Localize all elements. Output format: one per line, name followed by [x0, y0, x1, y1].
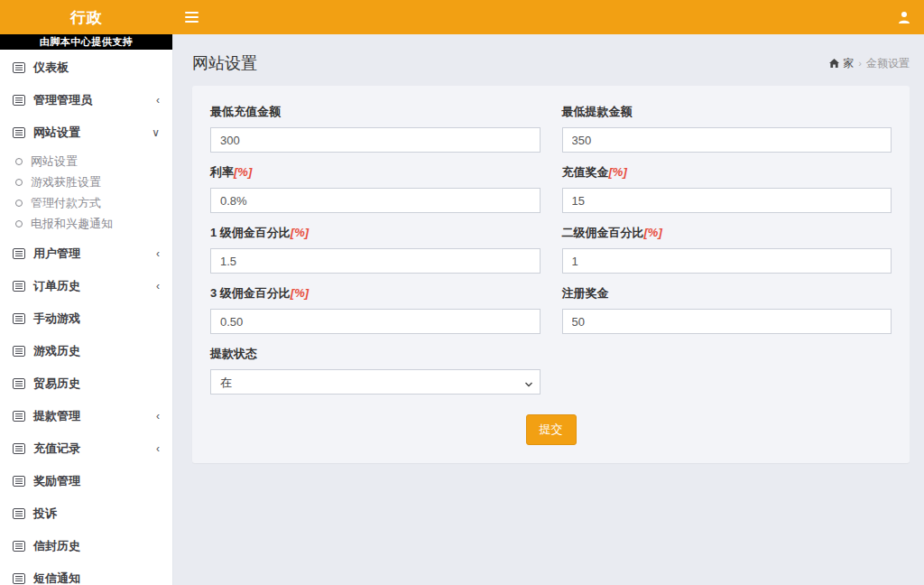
sidebar-item-user-management[interactable]: 用户管理 ‹: [0, 237, 172, 270]
sidebar-item-reward-management[interactable]: 奖励管理: [0, 465, 172, 497]
field-withdraw-status: 提款状态 在: [210, 346, 541, 395]
submenu-item-site-settings[interactable]: 网站设置: [0, 151, 172, 172]
list-alt-icon: [13, 95, 26, 106]
app-title: 行政: [70, 7, 103, 28]
circle-icon: [15, 200, 23, 207]
list-alt-icon: [13, 248, 26, 259]
submenu-item-label: 网站设置: [31, 153, 78, 170]
percent-suffix: [%]: [234, 165, 252, 179]
submit-button[interactable]: 提交: [526, 414, 577, 445]
field-signup-bonus: 注册奖金: [562, 285, 892, 334]
sidebar: 由脚本中心提供支持 仪表板 管理管理员 ‹ 网站设置: [0, 34, 173, 585]
app-logo[interactable]: 行政: [0, 0, 173, 34]
field-label: 3 级佣金百分比[%]: [210, 285, 541, 302]
breadcrumb-current: 金额设置: [866, 56, 910, 71]
chevron-left-icon: ‹: [156, 281, 160, 292]
field-label: 最低充值金额: [210, 104, 541, 120]
submenu-item-game-win-settings[interactable]: 游戏获胜设置: [0, 172, 172, 192]
sidebar-item-admin-management[interactable]: 管理管理员 ‹: [0, 84, 172, 116]
sidebar-item-complaints[interactable]: 投诉: [0, 497, 172, 530]
sidebar-item-label: 手动游戏: [33, 311, 80, 327]
sidebar-item-recharge-records[interactable]: 充值记录 ‹: [0, 432, 172, 465]
sidebar-item-withdrawal-management[interactable]: 提款管理 ‹: [0, 400, 172, 432]
field-empty-slot: [562, 346, 892, 395]
submenu-item-telegram-notifications[interactable]: 电报和兴趣通知: [0, 213, 172, 234]
percent-suffix: [%]: [609, 165, 627, 179]
sidebar-item-manual-game[interactable]: 手动游戏: [0, 302, 172, 335]
field-interest-rate: 利率[%]: [210, 164, 541, 213]
level3-commission-input[interactable]: [210, 309, 541, 334]
list-alt-icon: [13, 411, 26, 422]
field-label: 注册奖金: [562, 285, 892, 302]
field-label: 1 级佣金百分比[%]: [210, 225, 541, 241]
submenu-item-label: 管理付款方式: [31, 195, 101, 211]
field-level2-commission: 二级佣金百分比[%]: [562, 225, 892, 274]
sidebar-item-label: 信封历史: [33, 538, 80, 554]
field-level3-commission: 3 级佣金百分比[%]: [210, 285, 541, 334]
sidebar-item-envelope-history[interactable]: 信封历史: [0, 530, 172, 562]
list-alt-icon: [13, 127, 26, 138]
breadcrumb-home[interactable]: 家: [829, 56, 854, 71]
submenu-item-label: 电报和兴趣通知: [31, 216, 113, 232]
field-label: 最低提款金额: [562, 104, 892, 120]
field-label: 利率[%]: [210, 164, 541, 181]
sidebar-item-game-history[interactable]: 游戏历史: [0, 335, 172, 367]
list-alt-icon: [13, 313, 26, 324]
main-content: 网站设置 家 › 金额设置 最低充值金额 最低提款金额: [173, 34, 924, 585]
page-title: 网站设置: [192, 52, 257, 74]
home-icon: [829, 59, 839, 69]
min-withdraw-input[interactable]: [562, 127, 892, 153]
sidebar-item-site-settings[interactable]: 网站设置 ∨: [0, 116, 172, 149]
min-recharge-input[interactable]: [210, 127, 541, 153]
withdraw-status-select[interactable]: 在: [210, 369, 541, 395]
field-recharge-bonus: 充值奖金[%]: [562, 164, 892, 213]
chevron-left-icon: ‹: [156, 443, 160, 454]
level1-commission-input[interactable]: [210, 248, 541, 274]
sidebar-item-label: 充值记录: [33, 441, 80, 457]
sidebar-item-label: 仪表板: [33, 60, 69, 76]
content-header: 网站设置 家 › 金额设置: [192, 52, 910, 74]
percent-suffix: [%]: [291, 286, 309, 300]
sidebar-item-trade-history[interactable]: 贸易历史: [0, 367, 172, 400]
site-settings-submenu: 网站设置 游戏获胜设置 管理付款方式 电报和兴趣通知: [0, 149, 172, 237]
sidebar-item-label: 游戏历史: [33, 343, 80, 359]
sidebar-item-sms-notification[interactable]: 短信通知: [0, 562, 172, 585]
sidebar-item-dashboard[interactable]: 仪表板: [0, 51, 172, 84]
chevron-left-icon: ‹: [156, 248, 160, 259]
circle-icon: [15, 179, 23, 186]
circle-icon: [15, 220, 23, 228]
list-alt-icon: [13, 443, 26, 454]
sidebar-item-label: 贸易历史: [33, 376, 80, 392]
top-navbar: 行政: [0, 0, 924, 34]
user-icon[interactable]: [884, 0, 924, 34]
signup-bonus-input[interactable]: [562, 309, 892, 334]
sidebar-item-label: 投诉: [33, 506, 57, 522]
circle-icon: [15, 158, 23, 165]
list-alt-icon: [13, 281, 26, 292]
field-min-recharge: 最低充值金额: [210, 104, 541, 153]
percent-suffix: [%]: [291, 226, 309, 239]
submit-row: 提交: [210, 414, 892, 445]
sidebar-item-label: 提款管理: [33, 408, 80, 424]
percent-suffix: [%]: [644, 226, 662, 239]
interest-rate-input[interactable]: [210, 188, 541, 213]
sidebar-item-label: 订单历史: [33, 278, 80, 294]
chevron-left-icon: ‹: [156, 411, 160, 422]
hamburger-menu-icon[interactable]: [173, 0, 209, 34]
field-label: 提款状态: [210, 346, 541, 362]
list-alt-icon: [13, 573, 26, 584]
list-alt-icon: [13, 346, 26, 357]
sidebar-item-label: 用户管理: [33, 246, 80, 262]
sidebar-item-label: 管理管理员: [33, 92, 92, 108]
field-label: 二级佣金百分比[%]: [562, 225, 892, 241]
submenu-item-label: 游戏获胜设置: [31, 174, 101, 190]
field-label: 充值奖金[%]: [562, 164, 892, 181]
breadcrumb-home-label: 家: [843, 56, 854, 71]
sidebar-item-order-history[interactable]: 订单历史 ‹: [0, 270, 172, 302]
sidebar-item-label: 奖励管理: [33, 473, 80, 489]
level2-commission-input[interactable]: [562, 248, 892, 274]
list-alt-icon: [13, 476, 26, 487]
submenu-item-payment-methods[interactable]: 管理付款方式: [0, 192, 172, 213]
field-level1-commission: 1 级佣金百分比[%]: [210, 225, 541, 274]
recharge-bonus-input[interactable]: [562, 188, 892, 213]
